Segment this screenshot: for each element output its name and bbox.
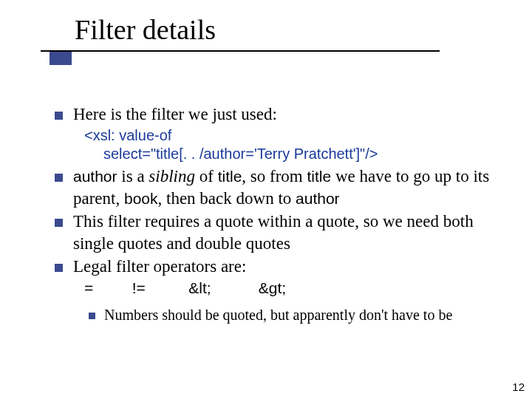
page-number: 12 — [512, 381, 525, 393]
square-bullet-icon — [55, 174, 63, 182]
code-line-1: <xsl: value-of — [84, 127, 171, 143]
sub-bullet-text: Numbers should be quoted, but apparently… — [104, 306, 452, 325]
bullet-4: Legal filter operators are: — [55, 256, 498, 277]
square-bullet-icon — [55, 264, 63, 272]
bullet-1: Here is the filter we just used: — [55, 103, 498, 125]
content-area: Here is the filter we just used: <xsl: v… — [55, 103, 498, 325]
title-underline — [41, 50, 440, 52]
op-lt: &lt; — [188, 279, 211, 296]
bullet-4-text: Legal filter operators are: — [73, 256, 498, 277]
square-bullet-icon — [55, 219, 63, 227]
bullet-2: author is a sibling of title, so from ti… — [55, 166, 498, 209]
code-block: <xsl: value-of select="title[. . /author… — [84, 126, 498, 163]
bullet-3-text: This filter requires a quote within a qu… — [73, 211, 498, 254]
kw-title-2: title — [307, 168, 332, 185]
bullet-3: This filter requires a quote within a qu… — [55, 211, 498, 254]
slide-title: Filter details — [41, 13, 440, 50]
op-gt: &gt; — [259, 279, 286, 296]
title-accent — [50, 52, 72, 65]
kw-author: author — [73, 168, 117, 185]
em-sibling: sibling — [149, 167, 195, 185]
bullet-2-text: author is a sibling of title, so from ti… — [73, 166, 498, 209]
kw-title-1: title — [218, 168, 242, 185]
kw-author-2: author — [296, 190, 340, 207]
op-neq: != — [132, 279, 146, 296]
bullet-1-text: Here is the filter we just used: — [73, 103, 498, 125]
code-line-2: select="title[. . /author='Terry Pratche… — [84, 145, 498, 163]
square-bullet-icon — [89, 313, 95, 319]
square-bullet-icon — [55, 112, 63, 120]
operators-row: = != &lt; &gt; — [84, 279, 498, 299]
title-block: Filter details — [41, 13, 440, 52]
op-eq: = — [84, 279, 93, 296]
kw-book: book — [124, 190, 158, 207]
sub-bullet-1: Numbers should be quoted, but apparently… — [89, 306, 498, 325]
